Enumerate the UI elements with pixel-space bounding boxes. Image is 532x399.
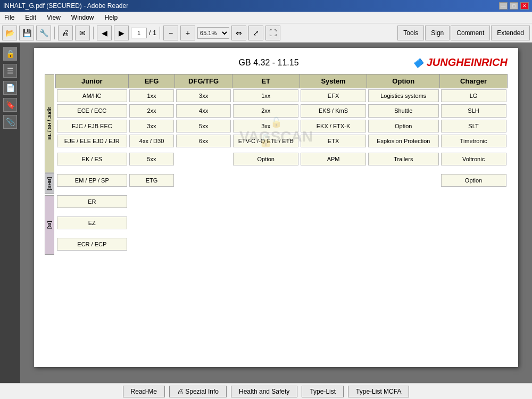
zoom-select[interactable]: 65.1% 50% 75% 100% — [197, 27, 229, 39]
cell-efg-button[interactable]: 1xx — [129, 89, 174, 102]
menu-edit[interactable]: Edit — [23, 13, 38, 22]
menu-help[interactable]: Help — [103, 13, 120, 22]
sidebar-bookmark-icon[interactable]: 🔖 — [3, 98, 17, 112]
table-row: EJE / ELE EJD / EJR4xx / D306xxETV-C /-Q… — [56, 134, 508, 148]
cell-charger-button[interactable]: SLH — [441, 104, 506, 117]
separator-2 — [93, 27, 94, 39]
cell-charger-button[interactable]: SLT — [441, 120, 506, 132]
type-list-button[interactable]: Type-List — [302, 386, 344, 397]
cell-option-button[interactable]: Option — [368, 120, 439, 132]
tools-button[interactable]: Tools — [397, 26, 424, 40]
cell-efg — [128, 191, 175, 212]
brand-logo: 🔷 JUNGHEINRICH — [413, 56, 508, 69]
cell-efg-button[interactable]: ETG — [129, 174, 174, 187]
menu-bar: File Edit View Window Help — [0, 12, 532, 23]
maximize-button[interactable]: □ — [510, 2, 518, 10]
cell-et-button[interactable]: ETV-C /-Q ETL / ETB🔓 — [233, 135, 298, 147]
cell-option-button[interactable]: Shuttle — [368, 104, 439, 117]
pdf-area: GB 4.32 - 11.15 🔷 JUNGHEINRICH BL / SH /… — [20, 43, 532, 383]
cell-system-button[interactable]: EFX — [301, 89, 366, 102]
sidebar-page-icon[interactable]: 📄 — [3, 81, 17, 95]
health-safety-button[interactable]: Health and Safety — [231, 386, 297, 397]
cell-efg-button[interactable]: 2xx — [129, 104, 174, 117]
cell-charger-button[interactable]: Timetronic — [441, 135, 506, 147]
cell-system-button[interactable]: EKX / ETX-K — [301, 120, 366, 132]
spezial-info-button[interactable]: 🖨 Spezial Info — [169, 386, 227, 397]
minimize-button[interactable]: — — [499, 2, 508, 10]
type-list-mcfa-button[interactable]: Type-List MCFA — [348, 386, 409, 397]
cell-option-button[interactable]: Explosion Protection — [368, 135, 439, 147]
read-me-button[interactable]: Read-Me — [123, 386, 165, 397]
cell-efg-button[interactable]: 3xx — [129, 120, 174, 132]
menu-view[interactable]: View — [45, 13, 63, 22]
left-sidebar: 🔒 ☰ 📄 🔖 📎 — [0, 43, 20, 383]
cell-charger: Voltronic — [440, 148, 508, 170]
cell-dfgtfg — [175, 148, 232, 170]
cell-option-empty — [368, 192, 439, 211]
cell-system-button[interactable]: EKS / KmS — [301, 104, 366, 117]
cell-junior-button[interactable]: EM / EP / SP — [57, 174, 128, 187]
menu-file[interactable]: File — [2, 13, 16, 22]
fit-page-button[interactable]: ⤢ — [248, 26, 263, 40]
cell-dfgtfg-button[interactable]: 3xx — [176, 89, 231, 102]
sign-button[interactable]: Sign — [425, 26, 450, 40]
cell-option: Option — [367, 119, 440, 134]
cell-system-empty — [301, 213, 366, 232]
cell-option: Explosion Protection — [367, 134, 440, 148]
cell-dfgtfg: 6xx — [175, 134, 232, 148]
col-dfgtfg: DFG/TFG — [175, 74, 232, 88]
cell-junior-button[interactable]: EJE / ELE EJD / EJR — [57, 135, 128, 147]
cell-junior-button[interactable]: ECE / ECC — [57, 104, 128, 117]
cell-option-button[interactable]: Trailers — [368, 153, 439, 165]
table-row: ER — [56, 191, 508, 212]
cell-efg-button[interactable]: 5xx — [129, 153, 174, 165]
cell-system-button[interactable]: ETX — [301, 135, 366, 147]
cell-option — [367, 234, 440, 255]
cell-junior-button[interactable]: ECR / ECP — [57, 238, 128, 251]
zoom-in-button[interactable]: + — [180, 26, 195, 40]
cell-system-button[interactable]: APM — [301, 153, 366, 165]
cell-dfgtfg-button[interactable]: 5xx — [176, 120, 231, 132]
cell-dfgtfg-button[interactable]: 6xx — [176, 135, 231, 147]
sidebar-paperclip-icon[interactable]: 📎 — [3, 115, 17, 129]
menu-window[interactable]: Window — [69, 13, 96, 22]
cell-junior: EJE / ELE EJD / EJR — [56, 134, 129, 148]
zoom-out-button[interactable]: − — [163, 26, 178, 40]
cell-junior-button[interactable]: ER — [57, 195, 128, 208]
fit-width-button[interactable]: ⇔ — [231, 26, 246, 40]
col-option: Option — [367, 74, 440, 88]
extended-button[interactable]: Extended — [491, 26, 530, 40]
sidebar-lock-icon[interactable]: 🔒 — [3, 47, 17, 61]
save-button[interactable]: 💾 — [19, 26, 34, 40]
cell-option-button[interactable]: Logistics systems — [368, 89, 439, 102]
cell-efg: 5xx — [128, 148, 175, 170]
back-button[interactable]: ◀ — [97, 26, 112, 40]
cell-dfgtfg-button[interactable]: 4xx — [176, 104, 231, 117]
cell-et-button[interactable]: 1xx — [233, 89, 298, 102]
cell-et-button[interactable]: Option — [233, 153, 298, 165]
fullscreen-button[interactable]: ⛶ — [265, 26, 280, 40]
forward-button[interactable]: ▶ — [114, 26, 129, 40]
cell-charger-button[interactable]: LG — [441, 89, 506, 102]
sidebar-nav-icon[interactable]: ☰ — [3, 64, 17, 78]
cell-efg-button[interactable]: 4xx / D30 — [129, 135, 174, 147]
close-button[interactable]: ✕ — [520, 2, 529, 10]
open-button[interactable]: 📂 — [2, 26, 17, 40]
cell-et-button[interactable]: 3xx — [233, 120, 298, 132]
cell-junior-button[interactable]: EK / ES — [57, 153, 128, 165]
print-button[interactable]: 🖨 — [58, 26, 73, 40]
cell-charger-button[interactable]: Voltronic — [441, 153, 506, 165]
cell-option — [367, 212, 440, 234]
window-controls[interactable]: — □ ✕ — [499, 2, 529, 10]
cell-junior-button[interactable]: AM/HC — [57, 89, 128, 102]
page-input[interactable] — [131, 28, 147, 38]
email-button[interactable]: ✉ — [75, 26, 90, 40]
cell-dfgtfg-empty — [176, 149, 231, 169]
cell-junior-button[interactable]: EJC / EJB EEC — [57, 120, 128, 132]
cell-junior-button[interactable]: EZ — [57, 217, 128, 229]
comment-button[interactable]: Comment — [451, 26, 490, 40]
cell-charger-button[interactable]: Option — [441, 174, 506, 187]
cell-et-button[interactable]: 2xx — [233, 104, 298, 117]
properties-button[interactable]: 🔧 — [36, 26, 51, 40]
cell-efg-empty — [129, 235, 174, 254]
